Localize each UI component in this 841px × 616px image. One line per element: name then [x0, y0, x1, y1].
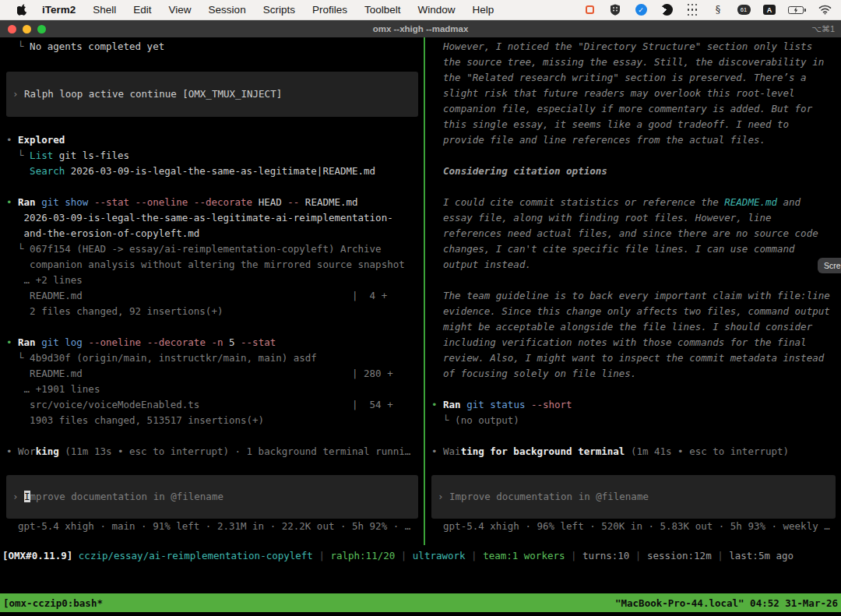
tmux-pane-left[interactable]: └ No agents completed yet › Ralph loop a… — [0, 37, 424, 545]
tab-shortcut-label: ⌥⌘1 — [811, 24, 835, 34]
terminal-line: • Ran git status --short — [425, 397, 841, 413]
pane-right-bottom: • Waiting for background terminal (1m 41… — [425, 444, 841, 545]
terminal-line: └ List git ls-files — [0, 148, 424, 164]
menu-item-edit[interactable]: Edit — [125, 4, 160, 16]
terminal-line: • Explored — [0, 132, 424, 148]
terminal-line — [0, 55, 424, 70]
terminal-line: src/voice/voiceModeEnabled.ts | 54 + — [0, 397, 424, 413]
terminal-line: slight risk that future readers may over… — [425, 86, 841, 101]
terminal-line: However, I noticed the "Directory Struct… — [425, 39, 841, 55]
terminal-line: • Ran git show --stat --oneline --decora… — [0, 195, 424, 210]
omx-status-area: [OMX#0.11.9] cczip/essay/ai-reimplementa… — [0, 545, 841, 593]
waiting-status-line: • Waiting for background terminal (1m 41… — [425, 444, 841, 459]
terminal-line: provide file and line references from th… — [425, 132, 841, 148]
apple-menu-icon[interactable] — [17, 4, 27, 16]
terminal-line: including verification notes with those … — [425, 335, 841, 350]
terminal-line: 2 files changed, 92 insertions(+) — [0, 304, 424, 319]
menu-item-session[interactable]: Session — [200, 4, 255, 16]
messenger-icon[interactable]: ✓ — [634, 3, 648, 16]
terminal-line — [425, 382, 841, 397]
terminal-line: changes, I can't cite specific file line… — [425, 241, 841, 257]
menu-bar-status-icons: ✓ § 61 A — [582, 3, 832, 16]
close-button[interactable] — [8, 25, 16, 33]
terminal-area: └ No agents completed yet › Ralph loop a… — [0, 37, 841, 545]
prompt-input-right[interactable]: › Improve documentation in @filename — [431, 475, 836, 519]
menu-items: iTerm2ShellEditViewSessionScriptsProfile… — [33, 4, 502, 16]
terminal-line: evidence. Since this change only affects… — [425, 304, 841, 319]
screenshot-toast[interactable]: Scre — [818, 258, 841, 273]
terminal-line: companion analysis without altering the … — [0, 257, 424, 273]
wifi-icon[interactable] — [818, 3, 832, 16]
shield-icon[interactable] — [608, 3, 622, 16]
terminal-line: • Ran git log --oneline --decorate -n 5 … — [0, 335, 424, 350]
terminal-line — [425, 148, 841, 164]
input-source-a-icon[interactable]: A — [762, 3, 776, 16]
model-status-line-left: gpt-5.4 xhigh · main · 91% left · 2.31M … — [0, 519, 424, 534]
terminal-line: essay file, along with finding root file… — [425, 210, 841, 226]
terminal-line: └ (no output) — [425, 413, 841, 428]
terminal-line: output instead. — [425, 257, 841, 273]
pane-right-scrollback: However, I noticed the "Directory Struct… — [425, 39, 841, 428]
terminal-line: › Ralph loop active continue [OMX_TMUX_I… — [6, 86, 282, 102]
terminal-line: might be acceptable alongside the file l… — [425, 319, 841, 335]
menu-item-view[interactable]: View — [160, 4, 200, 16]
spacer-line — [425, 459, 841, 475]
pane-left-bottom: • Working (11m 13s • esc to interrupt) ·… — [0, 444, 424, 545]
terminal-line — [0, 319, 424, 335]
terminal-line — [0, 179, 424, 195]
terminal-line: of focusing solely on file lines. — [425, 366, 841, 382]
terminal-line: └ 067f154 (HEAD -> essay/ai-reimplementa… — [0, 241, 424, 257]
terminal-line — [425, 273, 841, 288]
prompt-input-left[interactable]: › Improve documentation in @filename — [6, 475, 418, 519]
terminal-line: references need actual files, and since … — [425, 226, 841, 241]
terminal-line: the "Related research writing" section i… — [425, 70, 841, 86]
zoom-button[interactable] — [37, 25, 46, 33]
terminal-line: README.md | 4 + — [0, 288, 424, 304]
terminal-line: 1903 files changed, 513517 insertions(+) — [0, 413, 424, 428]
terminal-line: … +1901 lines — [0, 382, 424, 397]
battery-charging-icon[interactable] — [788, 6, 806, 14]
terminal-line: … +2 lines — [0, 273, 424, 288]
terminal-line: review. Also, I might want to inspect th… — [425, 350, 841, 366]
terminal-line: and-the-erosion-of-copyleft.md — [0, 226, 424, 241]
terminal-line: this single essay, it seems like a good … — [425, 117, 841, 132]
agent-loop-box: › Ralph loop active continue [OMX_TMUX_I… — [6, 72, 418, 117]
menu-item-iterm2[interactable]: iTerm2 — [33, 4, 84, 16]
terminal-line: └ 4b9d30f (origin/main, instructkr/main,… — [0, 350, 424, 366]
menu-item-profiles[interactable]: Profiles — [304, 4, 356, 16]
tmux-host-clock: "MacBook-Pro-44.local" 04:52 31-Mar-26 — [615, 597, 838, 609]
menu-item-shell[interactable]: Shell — [84, 4, 125, 16]
terminal-line — [425, 179, 841, 195]
menu-item-help[interactable]: Help — [463, 4, 502, 16]
macos-menu-bar: iTerm2ShellEditViewSessionScriptsProfile… — [0, 0, 841, 20]
terminal-line: the source tree, missing the essay. Stil… — [425, 55, 841, 70]
model-status-line-right: gpt-5.4 xhigh · 96% left · 520K in · 5.8… — [425, 519, 841, 534]
pie-circle-icon[interactable] — [660, 3, 674, 16]
terminal-line — [0, 117, 424, 132]
pane-left-scrollback: └ No agents completed yet › Ralph loop a… — [0, 39, 424, 428]
tmux-session-window-tab[interactable]: [omx-cczip0:bash* — [3, 597, 103, 609]
window-title-bar: omx --xhigh --madmax ⌥⌘1 — [0, 20, 841, 37]
terminal-line: 2026-03-09-is-legal-the-same-as-legitima… — [0, 210, 424, 226]
spacer-line — [0, 459, 424, 475]
screenshot-app-icon[interactable] — [582, 3, 596, 16]
tmux-status-bar: [omx-cczip0:bash* "MacBook-Pro-44.local"… — [0, 593, 841, 612]
terminal-line: The team guideline is to back every impo… — [425, 288, 841, 304]
terminal-line: companion file, especially if more comme… — [425, 101, 841, 117]
terminal-line: README.md | 280 + — [0, 366, 424, 382]
terminal-line: I could cite commit statistics or refere… — [425, 195, 841, 210]
menu-item-toolbelt[interactable]: Toolbelt — [356, 4, 410, 16]
tmux-pane-right[interactable]: However, I noticed the "Directory Struct… — [425, 37, 841, 545]
dots-grid-icon[interactable] — [685, 3, 699, 16]
window-title: omx --xhigh --madmax — [0, 24, 841, 33]
terminal-line: Considering citation options — [425, 164, 841, 179]
menu-item-window[interactable]: Window — [409, 4, 463, 16]
working-status-line: • Working (11m 13s • esc to interrupt) ·… — [0, 444, 424, 459]
bottom-strip — [0, 612, 841, 616]
hook-icon[interactable]: § — [711, 3, 725, 16]
terminal-line: Search 2026-03-09-is-legal-the-same-as-l… — [0, 164, 424, 179]
minimize-button[interactable] — [23, 25, 31, 33]
omx-status-line: [OMX#0.11.9] cczip/essay/ai-reimplementa… — [2, 550, 841, 561]
badge-61-icon[interactable]: 61 — [737, 3, 751, 16]
menu-item-scripts[interactable]: Scripts — [255, 4, 304, 16]
